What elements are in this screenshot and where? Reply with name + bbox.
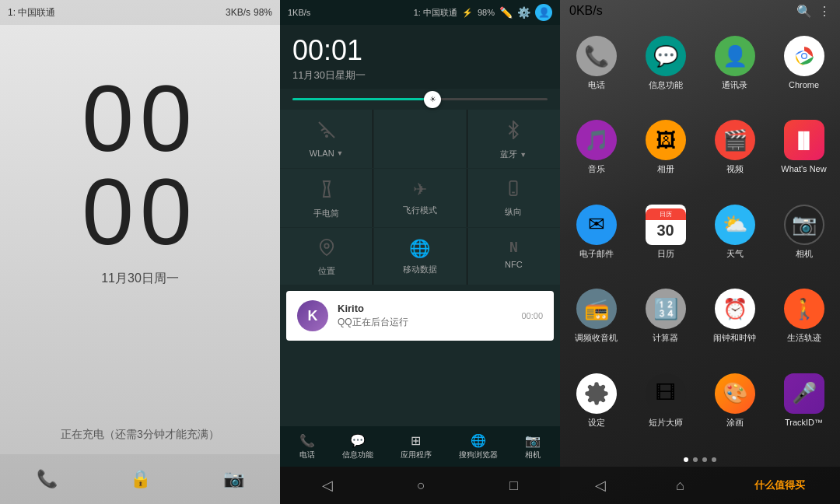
app-email[interactable]: ✉ 电子邮件 <box>563 197 629 278</box>
notif-edit-icon[interactable]: ✏️ <box>499 6 513 19</box>
app-weather-icon: ⛅ <box>715 205 755 245</box>
notif-recents-btn[interactable]: □ <box>509 478 518 494</box>
app-camera[interactable]: 📷 相机 <box>771 197 837 278</box>
toggle-spacer <box>373 110 466 168</box>
more-icon[interactable]: ⋮ <box>818 4 831 19</box>
app-music[interactable]: 🎵 音乐 <box>563 112 629 193</box>
app-whatsnew[interactable]: ▐▌ What's New <box>771 112 837 193</box>
dock-phone[interactable]: 📞 电话 <box>299 433 315 460</box>
portrait-icon <box>505 180 522 201</box>
drawer-home-btn[interactable]: ⌂ <box>676 478 684 494</box>
app-clock[interactable]: ⏰ 闹钟和时钟 <box>702 281 768 362</box>
app-video-editor[interactable]: 🎞 短片大师 <box>632 366 698 446</box>
svg-rect-4 <box>510 181 517 195</box>
notif-battery-icon: ⚡ <box>462 8 473 18</box>
dock-messages[interactable]: 💬 信息功能 <box>342 433 373 460</box>
app-weather-label: 天气 <box>726 249 744 259</box>
notif-message: QQ正在后台运行 <box>338 316 512 329</box>
dock-camera[interactable]: 📷 相机 <box>525 433 541 460</box>
lock-screen: 1: 中国联通 3KB/s 98% 00 00 11月30日周一 正在充电（还需… <box>0 0 280 504</box>
page-dot-3[interactable] <box>702 457 707 462</box>
notif-carrier: 1: 中国联通 <box>414 7 457 19</box>
lock-battery: 98% <box>254 7 272 18</box>
toggle-flashlight[interactable]: 手电筒 <box>280 169 373 227</box>
toggle-bluetooth[interactable]: 蓝牙 ▼ <box>467 110 560 168</box>
dock-apps-icon: ⊞ <box>411 433 421 448</box>
wlan-label: WLAN ▼ <box>310 149 344 158</box>
app-calculator-icon: 🔢 <box>646 289 686 329</box>
wlan-icon <box>317 121 336 144</box>
app-contacts[interactable]: 👤 通讯录 <box>702 28 768 109</box>
app-trackid[interactable]: 🎤 TrackID™ <box>771 366 837 446</box>
app-camera-icon: 📷 <box>784 205 824 245</box>
brightness-thumb[interactable]: ☀ <box>424 91 441 108</box>
app-chrome[interactable]: Chrome <box>771 28 837 109</box>
notif-settings-icon[interactable]: ⚙️ <box>517 6 530 19</box>
notif-home-btn[interactable]: ○ <box>417 478 425 494</box>
drawer-back-btn[interactable]: ◁ <box>595 477 606 494</box>
lock-phone-icon[interactable]: 📞 <box>37 469 58 489</box>
app-phone[interactable]: 📞 电话 <box>563 28 629 109</box>
app-contacts-label: 通讯录 <box>722 80 747 90</box>
app-paint[interactable]: 🎨 涂画 <box>702 366 768 446</box>
search-icon[interactable]: 🔍 <box>796 4 812 19</box>
bluetooth-icon <box>504 121 523 144</box>
dock-camera-label: 相机 <box>525 450 541 460</box>
toggle-portrait[interactable]: 纵向 <box>467 169 560 227</box>
svg-point-6 <box>324 243 329 248</box>
app-fitness[interactable]: 🚶 生活轨迹 <box>771 281 837 362</box>
notif-header: 00:01 11月30日星期一 <box>280 25 560 89</box>
app-messages[interactable]: 💬 信息功能 <box>632 28 698 109</box>
app-radio[interactable]: 📻 调频收音机 <box>563 281 629 362</box>
brightness-row[interactable]: ☀ <box>292 98 548 100</box>
toggle-airplane[interactable]: ✈ 飞行模式 <box>373 169 466 227</box>
dock-phone-label: 电话 <box>299 450 315 460</box>
page-dot-1[interactable] <box>684 457 688 462</box>
page-dot-2[interactable] <box>693 457 698 462</box>
app-weather[interactable]: ⛅ 天气 <box>702 197 768 278</box>
toggle-nfc[interactable]: N NFC <box>467 228 560 285</box>
notif-content: Kirito QQ正在后台运行 <box>338 303 512 329</box>
notification-card[interactable]: K Kirito QQ正在后台运行 00:00 <box>286 291 554 341</box>
notif-avatar: K <box>297 300 328 331</box>
location-label: 位置 <box>318 265 335 277</box>
app-messages-icon: 💬 <box>646 36 686 76</box>
notif-time: 00:01 <box>292 34 548 67</box>
app-camera-label: 相机 <box>796 249 813 259</box>
app-gallery[interactable]: 🖼 相册 <box>632 112 698 193</box>
page-dot-4[interactable] <box>712 457 716 462</box>
brightness-slider[interactable]: ☀ <box>292 98 548 100</box>
location-icon <box>318 239 335 261</box>
dock-messages-icon: 💬 <box>350 433 366 448</box>
lock-minutes: 00 <box>82 165 198 258</box>
app-whatsnew-label: What's New <box>781 164 826 174</box>
drawer-page-dots <box>560 453 840 467</box>
notif-speed: 1KB/s <box>288 8 310 17</box>
toggle-location[interactable]: 位置 <box>280 228 373 285</box>
lock-carrier: 1: 中国联通 <box>8 6 55 19</box>
app-trackid-icon: 🎤 <box>784 373 824 414</box>
lock-date: 11月30日周一 <box>82 271 198 287</box>
app-whatsnew-icon: ▐▌ <box>784 120 824 160</box>
app-settings[interactable]: 设定 <box>563 366 629 446</box>
app-paint-icon: 🎨 <box>715 373 755 414</box>
app-grid: 📞 电话 💬 信息功能 👤 通讯录 <box>560 22 840 453</box>
lock-status-bar: 1: 中国联通 3KB/s 98% <box>0 0 280 25</box>
toggle-data[interactable]: 🌐 移动数据 <box>373 228 466 285</box>
dock-browser-label: 搜狗浏览器 <box>459 450 498 460</box>
notification-shade: 1KB/s 1: 中国联通 ⚡ 98% ✏️ ⚙️ 👤 00:01 11月30日… <box>280 0 560 504</box>
app-calendar-label: 日历 <box>657 249 674 259</box>
app-video[interactable]: 🎬 视频 <box>702 112 768 193</box>
notif-back-btn[interactable]: ◁ <box>322 477 333 494</box>
lock-camera-icon[interactable]: 📷 <box>223 469 244 489</box>
app-chrome-label: Chrome <box>789 80 819 90</box>
toggle-wlan[interactable]: WLAN ▼ <box>280 110 373 168</box>
dock-apps[interactable]: ⊞ 应用程序 <box>401 433 432 460</box>
app-calculator[interactable]: 🔢 计算器 <box>632 281 698 362</box>
lock-unlock-icon[interactable]: 🔒 <box>130 469 151 489</box>
flashlight-label: 手电筒 <box>313 208 339 219</box>
app-fitness-icon: 🚶 <box>784 289 824 329</box>
svg-point-12 <box>802 54 806 58</box>
app-calendar[interactable]: 日历 30 日历 <box>632 197 698 278</box>
dock-browser[interactable]: 🌐 搜狗浏览器 <box>459 433 498 460</box>
